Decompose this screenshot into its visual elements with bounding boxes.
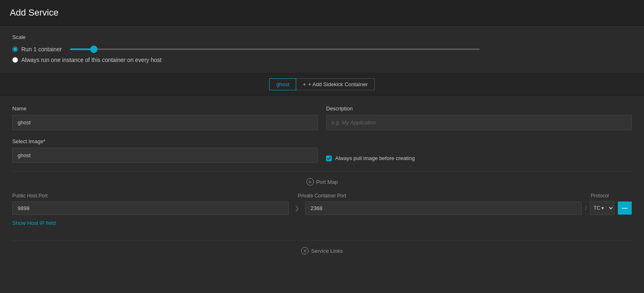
- description-label: Description: [326, 105, 632, 112]
- private-container-port-label: Private Container Port: [298, 193, 565, 199]
- always-pull-group: Always pull image before creating: [326, 138, 632, 163]
- scale-radio-run1[interactable]: [12, 46, 18, 52]
- port-inputs-row: ❯ / TC ▾ UDP —: [12, 201, 632, 215]
- protocol-select[interactable]: TC ▾ UDP: [590, 201, 615, 215]
- public-host-port-label: Public Host Port: [12, 193, 279, 199]
- image-input[interactable]: [12, 148, 318, 163]
- page-header: Add Service: [0, 0, 644, 26]
- port-map-divider: [12, 171, 632, 172]
- scale-option2-label: Always run one instance of this containe…: [21, 57, 161, 63]
- plus-icon: +: [303, 81, 306, 87]
- description-input[interactable]: [326, 115, 632, 130]
- port-map-label: Port Map: [316, 179, 338, 185]
- scale-section: Scale Run 1 container Always run one ins…: [0, 26, 644, 73]
- select-image-group: Select Image*: [12, 138, 318, 163]
- scale-radio-everyhost[interactable]: [12, 57, 18, 63]
- name-input[interactable]: [12, 115, 318, 130]
- name-group: Name: [12, 105, 318, 130]
- scale-label: Scale: [12, 34, 632, 40]
- tabs-bar: ghost + + Add Sidekick Container: [0, 73, 644, 96]
- tab-ghost[interactable]: ghost: [269, 78, 296, 90]
- port-map-plus-icon: +: [306, 178, 314, 185]
- port-labels-row: Public Host Port Private Container Port …: [12, 193, 632, 199]
- name-description-row: Name Description: [12, 105, 632, 130]
- slash-divider: /: [585, 205, 587, 211]
- add-sidekick-label: + Add Sidekick Container: [308, 81, 368, 87]
- form-section: Name Description Select Image* Always pu…: [0, 96, 644, 236]
- always-pull-checkbox[interactable]: [326, 156, 332, 161]
- private-port-input[interactable]: [305, 201, 582, 215]
- port-map-btn[interactable]: + Port Map: [12, 175, 632, 189]
- scale-option-1-row: Run 1 container: [12, 46, 632, 53]
- tab-add-sidekick[interactable]: + + Add Sidekick Container: [296, 78, 374, 90]
- service-links-plus-icon: +: [301, 247, 308, 254]
- scale-option-2-row: Always run one instance of this containe…: [12, 57, 632, 63]
- service-links-section: + Service Links: [0, 236, 644, 270]
- description-group: Description: [326, 105, 632, 130]
- page-title: Add Service: [10, 7, 634, 18]
- service-links-divider: [12, 240, 632, 240]
- scale-radio-group: Run 1 container Always run one instance …: [12, 44, 632, 63]
- name-label: Name: [12, 105, 318, 112]
- show-host-ip-link[interactable]: Show Host IP field: [12, 220, 56, 226]
- protocol-label: Protocol: [568, 193, 609, 199]
- public-port-input[interactable]: [12, 201, 289, 215]
- scale-slider[interactable]: [70, 48, 480, 50]
- arrow-icon: ❯: [292, 205, 302, 211]
- always-pull-row: Always pull image before creating: [326, 155, 632, 161]
- always-pull-label: Always pull image before creating: [335, 155, 415, 161]
- select-image-label: Select Image*: [12, 138, 318, 144]
- service-links-label: Service Links: [311, 248, 342, 254]
- remove-port-button[interactable]: —: [618, 201, 632, 215]
- image-row: Select Image* Always pull image before c…: [12, 138, 632, 163]
- service-links-btn[interactable]: + Service Links: [12, 244, 632, 258]
- scale-option1-label: Run 1 container: [21, 46, 62, 53]
